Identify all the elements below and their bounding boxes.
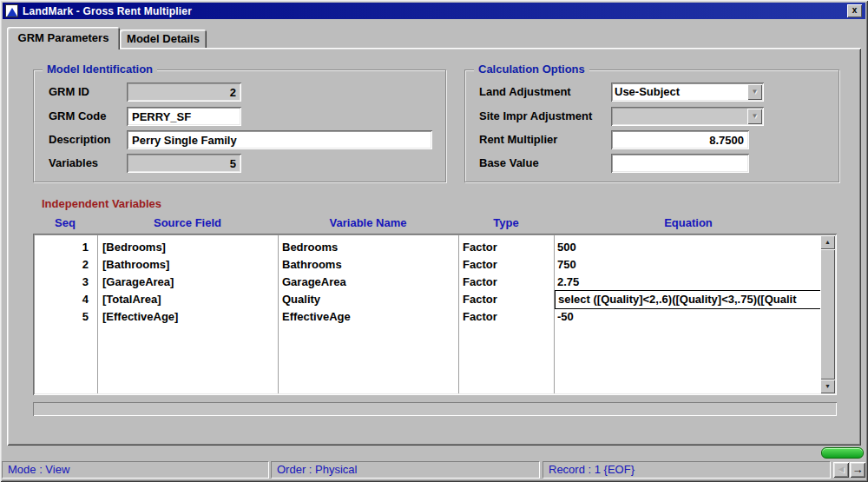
vertical-scrollbar[interactable]: ▲ ▼ <box>820 235 835 393</box>
close-button[interactable]: x <box>847 4 862 17</box>
nav-previous-button[interactable]: ◄ <box>833 462 849 478</box>
cell-variable-name: Quality <box>282 291 454 308</box>
cell-equation: 2.75 <box>557 274 818 291</box>
cell-type: Factor <box>463 291 549 308</box>
column-header-equation: Equation <box>554 215 823 232</box>
cell-variable-name: GarageArea <box>282 274 454 291</box>
cell-source-field: [TotalArea] <box>102 291 274 308</box>
chevron-down-icon[interactable]: ▼ <box>747 109 762 124</box>
cell-equation-focused[interactable]: select ([Quality]<2,.6)([Quality]<3,.75)… <box>555 290 823 309</box>
description-field[interactable] <box>127 130 432 149</box>
cell-seq: 3 <box>35 274 92 291</box>
cell-equation: 750 <box>557 256 818 274</box>
grm-code-label: GRM Code <box>49 107 106 126</box>
column-header-type: Type <box>458 215 554 232</box>
column-header-seq: Seq <box>33 215 97 232</box>
land-adjustment-value: Use-Subject <box>615 84 746 100</box>
grm-id-label: GRM ID <box>49 83 89 102</box>
tab-model-details[interactable]: Model Details <box>120 30 207 48</box>
land-adjustment-dropdown[interactable]: Use-Subject ▼ <box>611 83 764 102</box>
cell-source-field: [EffectiveAge] <box>102 308 274 326</box>
chevron-down-icon[interactable]: ▼ <box>747 84 762 100</box>
cell-seq: 2 <box>35 256 92 274</box>
cell-variable-name: Bathrooms <box>282 256 454 274</box>
group-model-identification: Model Identification GRM ID GRM Code Des… <box>33 69 446 182</box>
cell-seq: 4 <box>35 291 92 308</box>
group-title-calculation-options: Calculation Options <box>474 63 589 76</box>
base-value-label: Base Value <box>479 154 539 173</box>
variables-label: Variables <box>49 154 98 173</box>
app-icon <box>5 4 18 17</box>
cell-type: Factor <box>463 308 549 326</box>
group-calculation-options: Calculation Options Land Adjustment Use-… <box>464 69 839 182</box>
grm-code-field[interactable] <box>127 107 241 126</box>
cell-seq: 5 <box>35 308 92 326</box>
column-header-source-field: Source Field <box>97 215 278 232</box>
window-title: LandMark - Gross Rent Multiplier <box>23 5 192 17</box>
rent-multiplier-field[interactable] <box>611 130 749 149</box>
cell-equation: -50 <box>557 308 818 326</box>
nav-next-button[interactable]: → <box>850 462 865 478</box>
rent-multiplier-label: Rent Multiplier <box>479 130 557 149</box>
cell-variable-name: Bedrooms <box>282 239 454 256</box>
cell-type: Factor <box>463 274 549 291</box>
grid-inner: 1 [Bedrooms] Bedrooms Factor 500 2 [Bath… <box>35 235 835 393</box>
independent-variables-title: Independent Variables <box>42 197 161 210</box>
table-row[interactable]: 1 [Bedrooms] Bedrooms Factor 500 <box>35 239 820 256</box>
table-row[interactable]: 2 [Bathrooms] Bathrooms Factor 750 <box>35 256 820 274</box>
grm-id-field[interactable] <box>127 83 241 102</box>
base-value-field[interactable] <box>611 154 749 173</box>
cell-type: Factor <box>463 239 549 256</box>
app-window: LandMark - Gross Rent Multiplier x GRM P… <box>0 0 868 482</box>
scroll-down-icon[interactable]: ▼ <box>820 380 835 393</box>
status-record: Record : 1 {EOF} <box>542 461 831 479</box>
tab-page-panel: Model Identification GRM ID GRM Code Des… <box>7 48 861 446</box>
status-mode: Mode : View <box>2 461 269 479</box>
tab-grm-parameters[interactable]: GRM Parameters <box>7 27 120 50</box>
independent-variables-grid: 1 [Bedrooms] Bedrooms Factor 500 2 [Bath… <box>33 234 837 395</box>
column-header-variable-name: Variable Name <box>278 215 458 232</box>
variables-field[interactable] <box>127 154 241 173</box>
site-impr-adjustment-dropdown[interactable]: ▼ <box>611 107 764 126</box>
site-impr-adjustment-label: Site Impr Adjustment <box>479 107 592 126</box>
scroll-up-icon[interactable]: ▲ <box>820 235 835 249</box>
status-order: Order : Physical <box>271 461 540 479</box>
cell-type: Factor <box>463 256 549 274</box>
title-bar[interactable]: LandMark - Gross Rent Multiplier x <box>3 3 865 19</box>
group-title-model-identification: Model Identification <box>43 63 157 76</box>
description-label: Description <box>49 130 111 149</box>
cell-source-field: [Bathrooms] <box>102 256 274 274</box>
cell-source-field: [GarageArea] <box>102 274 274 291</box>
cell-equation: 500 <box>557 239 818 256</box>
cell-source-field: [Bedrooms] <box>102 239 274 256</box>
table-row[interactable]: 3 [GarageArea] GarageArea Factor 2.75 <box>35 274 820 291</box>
cell-variable-name: EffectiveAge <box>282 308 454 326</box>
land-adjustment-label: Land Adjustment <box>479 83 571 102</box>
status-indicator <box>821 447 864 459</box>
table-row[interactable]: 4 [TotalArea] Quality Factor select ([Qu… <box>35 291 820 308</box>
message-strip <box>33 402 837 416</box>
cell-seq: 1 <box>35 239 92 256</box>
scrollbar-thumb[interactable] <box>820 249 835 380</box>
table-row[interactable]: 5 [EffectiveAge] EffectiveAge Factor -50 <box>35 308 820 326</box>
